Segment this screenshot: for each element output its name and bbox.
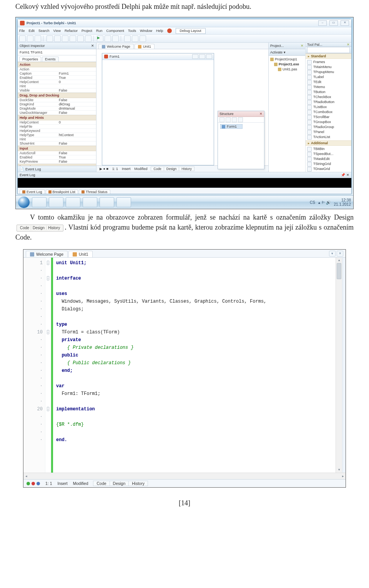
- palette-item[interactable]: TLabel: [307, 75, 350, 80]
- bottom-tab-breakpoints[interactable]: Breakpoint List: [46, 190, 78, 194]
- palette-item[interactable]: TPanel: [307, 130, 350, 135]
- tab-close-icon[interactable]: ✕: [337, 251, 343, 257]
- structure-btn[interactable]: [232, 117, 237, 122]
- palette-item[interactable]: TRadioGroup: [307, 125, 350, 130]
- palette-item[interactable]: Frames: [307, 60, 350, 65]
- form-min[interactable]: [192, 54, 198, 59]
- form-max[interactable]: [199, 54, 205, 59]
- tool-btn[interactable]: [27, 35, 33, 42]
- oi-cat-action[interactable]: Action: [18, 62, 96, 67]
- tool-btn[interactable]: [124, 35, 131, 42]
- menu-edit[interactable]: Edit: [29, 29, 35, 33]
- palette-item[interactable]: TBitBtn: [307, 147, 350, 152]
- tab-unit1[interactable]: Unit1: [143, 45, 151, 48]
- taskbar-button[interactable]: [32, 197, 47, 207]
- palette-item[interactable]: TActionList: [307, 135, 350, 140]
- form1-window[interactable]: Form1: [102, 53, 214, 165]
- vertical-scrollbar[interactable]: ▴▾: [336, 258, 342, 473]
- pal-pin-icon[interactable]: ✕: [347, 43, 350, 47]
- maximize-button[interactable]: ▭: [329, 20, 338, 26]
- start-button[interactable]: [18, 197, 30, 208]
- menu-window[interactable]: Window: [140, 29, 152, 33]
- tool-btn[interactable]: [70, 35, 76, 42]
- palette-item[interactable]: TSpeedBut...: [307, 152, 350, 157]
- tray-lang[interactable]: CS: [310, 200, 315, 205]
- oi-tab-events[interactable]: Events: [42, 57, 59, 62]
- tool-btn[interactable]: [47, 35, 53, 42]
- view-tab-design[interactable]: Design: [164, 167, 179, 171]
- form-designer[interactable]: Form1 Structure✕ Form1: [96, 49, 268, 165]
- structure-panel[interactable]: Structure✕ Form1: [218, 111, 264, 169]
- menu-help[interactable]: Help: [156, 29, 163, 33]
- stop-button[interactable]: [112, 35, 119, 42]
- eventlog-body[interactable]: [18, 178, 351, 188]
- horizontal-scrollbar[interactable]: ◂▸: [23, 473, 346, 479]
- taskbar-button[interactable]: [83, 197, 97, 207]
- close-button[interactable]: ✕: [341, 20, 349, 26]
- pal-search-input[interactable]: [307, 47, 350, 53]
- palette-item[interactable]: TCheckBox: [307, 95, 350, 100]
- bottom-tab-threads[interactable]: Thread Status: [79, 190, 110, 194]
- menu-run[interactable]: Run: [96, 29, 103, 33]
- oi-cat-help[interactable]: Help and Hints: [18, 115, 96, 120]
- palette-item[interactable]: TMemo: [307, 85, 350, 90]
- tab-welcome[interactable]: Welcome Page: [107, 45, 130, 48]
- minimize-button[interactable]: –: [318, 20, 327, 26]
- oi-cat-drag[interactable]: Drag, Drop and Docking: [18, 93, 96, 98]
- view-tab-history[interactable]: History: [179, 167, 194, 171]
- code-text[interactable]: unit Unit1; interface uses Windows, Mess…: [53, 258, 336, 473]
- tool-btn[interactable]: [54, 35, 61, 42]
- structure-close-icon[interactable]: ✕: [259, 112, 263, 116]
- palette-item[interactable]: TDrawGrid: [307, 167, 350, 172]
- tray-clock[interactable]: 12:3821.1.2012: [334, 198, 351, 207]
- bottom-tab-eventlog[interactable]: Event Log: [20, 190, 45, 194]
- form-close[interactable]: [206, 54, 212, 59]
- tree-projectgroup[interactable]: ProjectGroup1: [275, 57, 297, 62]
- oi-property-grid[interactable]: Action Action CaptionForm1 EnabledTrue H…: [18, 62, 96, 166]
- menu-view[interactable]: View: [53, 29, 61, 33]
- menu-component[interactable]: Component: [106, 29, 124, 33]
- taskbar-button[interactable]: [100, 197, 114, 207]
- taskbar-button[interactable]: [66, 197, 80, 207]
- view-tab-code[interactable]: Code: [93, 481, 110, 486]
- pal-cat-standard[interactable]: Standard: [306, 53, 351, 59]
- view-tab-history[interactable]: History: [128, 481, 148, 486]
- palette-item[interactable]: TMainMenu: [307, 65, 350, 70]
- view-tab-design[interactable]: Design: [110, 481, 129, 486]
- tree-unit[interactable]: Unit1.pas: [283, 67, 297, 72]
- proj-activate[interactable]: Activate ▾: [270, 50, 286, 54]
- menu-search[interactable]: Search: [38, 29, 50, 33]
- oi-cat-input[interactable]: Input: [18, 146, 96, 151]
- eventlog-close-icon[interactable]: 📌 ✕: [341, 173, 349, 177]
- tool-btn[interactable]: [19, 35, 26, 42]
- structure-item-form1[interactable]: Form1: [220, 124, 243, 129]
- palette-item[interactable]: TComboBox: [307, 110, 350, 115]
- tab-dropdown-icon[interactable]: ▾: [329, 251, 336, 257]
- taskbar-button[interactable]: [49, 197, 63, 207]
- code-editor[interactable]: 1········ 10········· 20···· - - - - uni…: [23, 258, 346, 473]
- pal-cat-additional[interactable]: Additional: [306, 140, 351, 146]
- palette-item[interactable]: TMaskEdit: [307, 157, 350, 162]
- palette-item[interactable]: TStringGrid: [307, 162, 350, 167]
- tab-welcome[interactable]: Welcome Page: [36, 252, 63, 257]
- menu-tools[interactable]: Tools: [128, 29, 136, 33]
- menu-file[interactable]: File: [19, 29, 25, 33]
- eventlog-tab[interactable]: Event Log: [25, 167, 41, 171]
- run-button[interactable]: ▶: [97, 35, 103, 42]
- tool-btn[interactable]: [62, 35, 68, 42]
- layout-combo[interactable]: Debug Layout: [176, 28, 206, 34]
- palette-item[interactable]: TListBox: [307, 105, 350, 110]
- tool-btn[interactable]: [85, 35, 91, 42]
- tool-btn[interactable]: [132, 35, 138, 42]
- help-icon[interactable]: [167, 28, 172, 33]
- menu-project[interactable]: Project: [81, 29, 92, 33]
- palette-item[interactable]: TGroupBox: [307, 120, 350, 125]
- oi-close-icon[interactable]: ✕: [91, 44, 94, 48]
- tool-btn[interactable]: [140, 35, 146, 42]
- tab-unit1[interactable]: Unit1: [79, 252, 88, 257]
- pause-button[interactable]: [105, 35, 111, 42]
- tool-btn[interactable]: [77, 35, 84, 42]
- menu-refactor[interactable]: Refactor: [65, 29, 78, 33]
- oi-component[interactable]: Form1 TForm1: [20, 50, 43, 54]
- palette-item[interactable]: TScrollBar: [307, 115, 350, 120]
